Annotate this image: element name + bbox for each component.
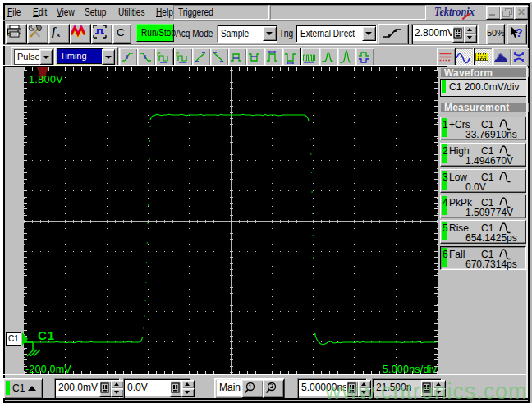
svg-text:C: C [117, 26, 125, 39]
svg-text:1.800V: 1.800V [29, 74, 63, 85]
svg-text:x: x [56, 30, 61, 39]
svg-text:1 2 3: 1 2 3 [477, 55, 486, 60]
svg-text:C1: C1 [38, 328, 55, 342]
svg-text:5.000ns/div: 5.000ns/div [383, 364, 438, 374]
svg-text:?: ? [516, 26, 523, 39]
svg-text:-200.0mV: -200.0mV [25, 364, 71, 374]
